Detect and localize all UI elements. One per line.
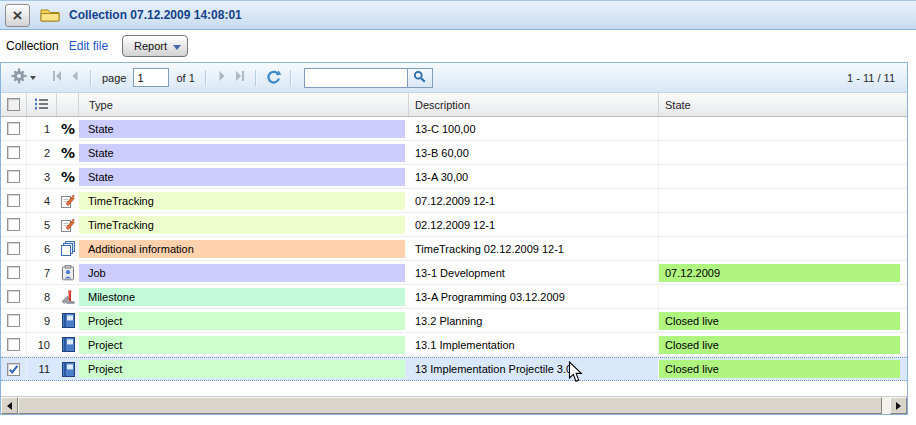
table-row[interactable]: 11Project13 Implementation Projectile 3.…	[1, 357, 907, 381]
row-checkbox-cell	[1, 309, 27, 332]
prev-page-button[interactable]	[66, 67, 84, 89]
row-description: TimeTracking 02.12.2009 12-1	[409, 237, 659, 260]
row-checkbox-cell	[1, 333, 27, 356]
row-checkbox[interactable]	[7, 194, 20, 207]
column-header-description[interactable]: Description	[409, 93, 659, 116]
state-cell	[659, 141, 907, 164]
horizontal-scrollbar[interactable]	[1, 396, 907, 414]
row-description: 13-C 100,00	[409, 117, 659, 140]
row-number: 7	[27, 261, 57, 284]
type-cell: Additional information	[79, 237, 409, 260]
type-cell: State	[79, 165, 409, 188]
row-checkbox[interactable]	[7, 146, 20, 159]
type-cell: State	[79, 117, 409, 140]
state-badge: Closed live	[659, 336, 900, 354]
type-cell: TimeTracking	[79, 189, 409, 212]
folder-icon	[40, 7, 60, 23]
job-icon	[57, 261, 79, 284]
type-badge: Job	[79, 264, 405, 282]
row-checkbox[interactable]	[7, 242, 20, 255]
type-badge: Project	[79, 312, 405, 330]
pages-icon	[57, 237, 79, 260]
table-row[interactable]: 4TimeTracking07.12.2009 12-1	[1, 189, 907, 213]
state-cell	[659, 213, 907, 236]
row-number: 10	[27, 333, 57, 356]
table-row[interactable]: 3%State13-A 30,00	[1, 165, 907, 189]
type-icon-header	[57, 93, 79, 116]
report-button-label: Report	[134, 40, 167, 52]
row-checkbox-cell	[1, 261, 27, 284]
select-all-header	[1, 93, 27, 116]
report-dropdown-button[interactable]: Report	[122, 35, 188, 57]
select-all-checkbox[interactable]	[7, 98, 20, 111]
row-checkbox[interactable]	[7, 122, 20, 135]
last-page-button[interactable]	[231, 67, 249, 89]
table-body: 1%State13-C 100,002%State13-B 60,003%Sta…	[1, 117, 907, 381]
row-description: 13-B 60,00	[409, 141, 659, 164]
next-page-button[interactable]	[213, 67, 231, 89]
row-checkbox[interactable]	[7, 338, 20, 351]
table-row[interactable]: 9Project13.2 PlanningClosed live	[1, 309, 907, 333]
scroll-left-button[interactable]	[1, 397, 18, 414]
column-header-state[interactable]: State	[659, 93, 907, 116]
row-checkbox[interactable]	[7, 314, 20, 327]
type-badge: State	[79, 168, 405, 186]
table-row[interactable]: 7Job13-1 Development07.12.2009	[1, 261, 907, 285]
row-checkbox-cell	[1, 189, 27, 212]
type-cell: Project	[79, 309, 409, 332]
row-checkbox[interactable]	[7, 170, 20, 183]
record-range-label: 1 - 11 / 11	[847, 72, 895, 84]
table-row[interactable]: 10Project13.1 ImplementationClosed live	[1, 333, 907, 357]
state-cell	[659, 189, 907, 212]
page-number-input[interactable]	[133, 68, 169, 87]
percent-icon: %	[57, 117, 79, 140]
gear-icon	[11, 68, 27, 87]
row-description: 13.1 Implementation	[409, 333, 659, 356]
first-page-button[interactable]	[48, 67, 66, 89]
row-number: 6	[27, 237, 57, 260]
row-checkbox[interactable]	[7, 266, 20, 279]
settings-gear-button[interactable]	[9, 67, 38, 89]
refresh-button[interactable]	[263, 67, 284, 89]
chevron-down-icon	[30, 76, 36, 80]
row-number: 9	[27, 309, 57, 332]
close-icon[interactable]: ×	[5, 4, 30, 27]
title-bar: × Collection 07.12.2009 14:08:01	[0, 0, 916, 30]
row-checkbox[interactable]	[7, 290, 20, 303]
menu-collection: Collection	[6, 39, 59, 53]
row-number-header[interactable]	[27, 93, 57, 116]
table-row[interactable]: 6Additional informationTimeTracking 02.1…	[1, 237, 907, 261]
row-number: 1	[27, 117, 57, 140]
search-button[interactable]	[407, 68, 433, 88]
page-title: Collection 07.12.2009 14:08:01	[69, 8, 242, 22]
timetracking-icon	[57, 213, 79, 236]
state-cell	[659, 285, 907, 308]
row-number: 8	[27, 285, 57, 308]
row-number: 2	[27, 141, 57, 164]
grid-panel: page of 1	[0, 62, 908, 415]
table-row[interactable]: 8Milestone13-A Programming 03.12.2009	[1, 285, 907, 309]
toolbar-separator	[90, 70, 92, 86]
row-checkbox[interactable]	[7, 363, 20, 376]
table-row[interactable]: 1%State13-C 100,00	[1, 117, 907, 141]
page-label: page	[102, 72, 126, 84]
toolbar-separator	[255, 70, 257, 86]
state-cell: Closed live	[659, 358, 907, 380]
scrollbar-thumb[interactable]	[18, 397, 882, 414]
type-cell: TimeTracking	[79, 213, 409, 236]
table-row[interactable]: 2%State13-B 60,00	[1, 141, 907, 165]
milestone-icon	[57, 285, 79, 308]
type-badge: TimeTracking	[79, 192, 405, 210]
state-cell: Closed live	[659, 309, 907, 332]
menu-edit-file-link[interactable]: Edit file	[69, 39, 108, 53]
scroll-right-button[interactable]	[890, 397, 907, 414]
search-input[interactable]	[304, 68, 407, 88]
page-count-label: of 1	[176, 72, 194, 84]
row-checkbox[interactable]	[7, 218, 20, 231]
column-header-type[interactable]: Type	[79, 93, 409, 116]
row-checkbox-cell	[1, 358, 27, 380]
state-badge: Closed live	[659, 312, 900, 330]
table-row[interactable]: 5TimeTracking02.12.2009 12-1	[1, 213, 907, 237]
row-checkbox-cell	[1, 117, 27, 140]
project-icon	[57, 309, 79, 332]
